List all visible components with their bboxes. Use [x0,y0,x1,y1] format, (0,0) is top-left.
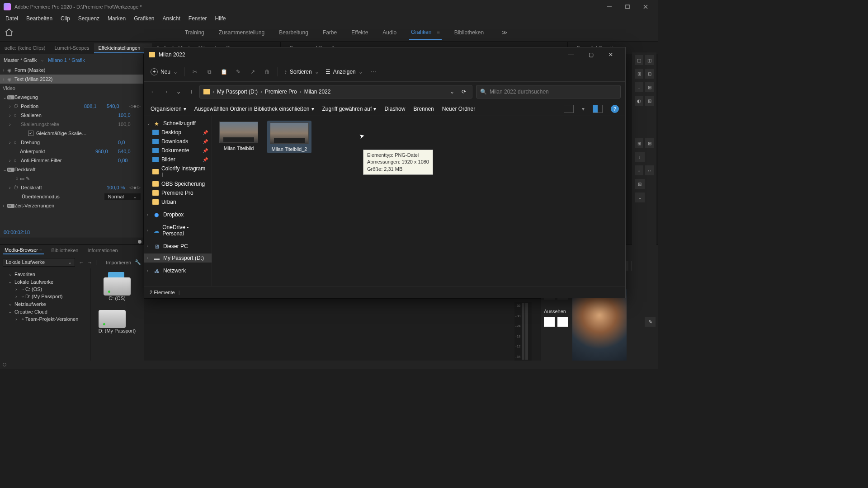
drive-item-d[interactable]: D: (My Passport) [99,310,136,333]
tab-effekteinstellungen[interactable]: Effekteinstellungen ≡ [94,43,152,53]
eg-btn-14[interactable]: ⊞ [635,179,645,189]
close-button[interactable] [637,0,655,14]
explorer-titlebar[interactable]: Milan 2022 — ▢ ✕ [144,47,625,62]
menu-grafiken[interactable]: Grafiken [130,14,158,23]
file-item-2[interactable]: Milan Titelbild_2 [267,121,311,153]
eg-btn-2[interactable]: ◫ [645,55,654,65]
effect-fx-bewegung[interactable]: ⌄fxBewegung [0,93,143,102]
effect-row-form-maske[interactable]: ›◉Form (Maske) [0,66,143,75]
nav-recent-button[interactable]: ⌄ [174,89,183,95]
workspace-bearbeitung[interactable]: Bearbeitung [277,26,310,39]
tree-netzlaufwerke[interactable]: ⌄Netzlaufwerke [0,300,90,308]
organize-button[interactable]: Organisieren ▾ [151,106,186,112]
explorer-minimize-button[interactable]: — [561,48,581,61]
eg-btn-8[interactable]: ⊞ [645,96,654,106]
nav-back-icon[interactable]: ← [79,260,84,265]
help-icon[interactable]: ? [611,105,619,113]
tree-schnellzugriff[interactable]: ⌄★Schnellzugriff [144,119,212,128]
effect-prop-deckkraft[interactable]: ›⏱Deckkraft100,0 %◁◆▷ [0,183,143,192]
effect-fx-deckkraft[interactable]: ⌄fxDeckkraft [0,165,143,174]
nav-back-button[interactable]: ← [149,89,158,95]
tree-bilder[interactable]: Bilder📌 [144,155,212,164]
tab-media-browser[interactable]: Media-Browser ≡ [3,246,44,254]
preview-pane-icon[interactable] [593,105,603,113]
address-bar[interactable]: › My Passport (D:) › Premiere Pro › Mila… [199,85,472,99]
eg-btn-5[interactable]: ↕ [635,82,643,92]
menu-marken[interactable]: Marken [104,14,129,23]
rename-icon[interactable]: ✎ [234,69,242,75]
effect-prop-skalieren[interactable]: ›○Skalieren100,0 [0,111,143,120]
effect-prop-position[interactable]: ›⏱Position808,1540,0◁◆▷ [0,102,143,111]
menu-datei[interactable]: Datei [2,14,22,23]
tree-netzwerk[interactable]: ›🖧Netzwerk [144,266,212,275]
tree-desktop[interactable]: Desktop📌 [144,128,212,137]
effect-fx-zeitverzerrungen[interactable]: ›fxZeit-Verzerrungen [0,201,143,210]
color-swatch-2[interactable] [557,317,568,327]
tab-source[interactable]: uelle: (keine Clips) [0,43,50,53]
maximize-button[interactable] [618,0,637,14]
workspace-training[interactable]: Training [183,26,206,39]
menu-clip[interactable]: Clip [57,14,74,23]
tree-obs[interactable]: OBS Speicherung [144,179,212,188]
include-library-button[interactable]: Ausgewählten Ordner in Bibliothek einsch… [194,106,314,112]
effect-master-label[interactable]: Master * Grafik [4,57,37,63]
breadcrumb-p2[interactable]: Milan 2022 [304,89,331,95]
workspace-farbe[interactable]: Farbe [321,26,339,39]
tree-creative-cloud[interactable]: ⌄Creative Cloud [0,308,90,315]
eg-btn-11[interactable]: ↓ [635,152,645,162]
uniform-scale-checkbox[interactable] [28,131,33,136]
tree-team-projekt[interactable]: ›▫ Team-Projekt-Versionen [0,315,90,323]
import-button[interactable]: Importieren [96,260,131,265]
workspace-effekte[interactable]: Effekte [349,26,370,39]
nav-up-button[interactable]: ↑ [187,89,196,95]
explorer-close-button[interactable]: ✕ [601,48,621,61]
tree-dokumente[interactable]: Dokumente📌 [144,146,212,155]
sort-button[interactable]: ↕Sortieren ⌄ [284,69,319,75]
breadcrumb-p1[interactable]: Premiere Pro [265,89,297,95]
tree-dropbox[interactable]: ›⬢Dropbox [144,210,212,219]
effect-mask-tools[interactable]: ○ ▭ ✎ [0,174,143,183]
eg-btn-15[interactable]: ⌄ [635,192,645,202]
eyedropper-icon[interactable]: ✎ [645,317,656,327]
drive-item-c[interactable]: C: (OS) [104,277,131,301]
workspace-zusammenstellung[interactable]: Zusammenstellung [217,26,266,39]
cut-icon[interactable]: ✂ [191,69,199,75]
path-dropdown-icon[interactable]: ⌄ [448,89,457,95]
effect-context-label[interactable]: Milano 1 * Grafik [48,57,85,63]
file-item-1[interactable]: Milan Titelbild [217,121,261,151]
menu-hilfe[interactable]: Hilfe [212,14,230,23]
explorer-maximize-button[interactable]: ▢ [581,48,601,61]
tree-drive-c[interactable]: ›▫ C: (OS) [0,286,90,293]
more-icon[interactable]: ⋯ [369,69,377,75]
eg-btn-12[interactable]: ↕ [635,165,643,175]
home-icon[interactable] [5,28,32,38]
menu-fenster[interactable]: Fenster [185,14,211,23]
refresh-icon[interactable]: ⟳ [459,89,468,95]
tree-urban[interactable]: Urban [144,197,212,206]
view-mode-1-icon[interactable] [564,105,574,113]
share-icon[interactable]: ↗ [249,69,257,75]
slideshow-button[interactable]: Diashow [384,106,405,112]
breadcrumb-root[interactable]: My Passport (D:) [217,89,258,95]
workspace-audio[interactable]: Audio [381,26,398,39]
workspace-overflow-icon[interactable]: ≫ [496,29,513,36]
effect-timecode[interactable]: 00:00:02:18 [0,227,143,238]
menu-sequenz[interactable]: Sequenz [75,14,103,23]
eg-btn-6[interactable]: ⊞ [645,82,654,92]
new-button[interactable]: +Neu ⌄ [151,68,178,75]
tree-dieser-pc[interactable]: ›🖥Dieser PC [144,242,212,251]
tab-lumetri[interactable]: Lumetri-Scopes [50,43,94,53]
wrench-icon[interactable]: 🔧 [135,259,141,265]
tree-onedrive[interactable]: ›☁OneDrive - Personal [144,223,212,238]
tree-favoriten[interactable]: ⌄Favoriten [0,270,90,278]
new-folder-button[interactable]: Neuer Ordner [442,106,475,112]
chevron-down-icon[interactable]: ⌄ [40,57,44,63]
tree-my-passport[interactable]: ›▬My Passport (D:) [144,253,212,263]
tree-colorify[interactable]: Colorify Instagram I [144,164,212,179]
file-grid[interactable]: Milan Titelbild Milan Titelbild_2 ➤ Elem… [212,116,625,286]
eg-btn-3[interactable]: ⊞ [635,69,643,79]
workspace-bibliotheken[interactable]: Bibliotheken [453,26,486,39]
tree-downloads[interactable]: Downloads📌 [144,137,212,146]
burn-button[interactable]: Brennen [413,106,434,112]
effect-row-text[interactable]: ›◉Text (Milan 2022) [0,75,143,84]
